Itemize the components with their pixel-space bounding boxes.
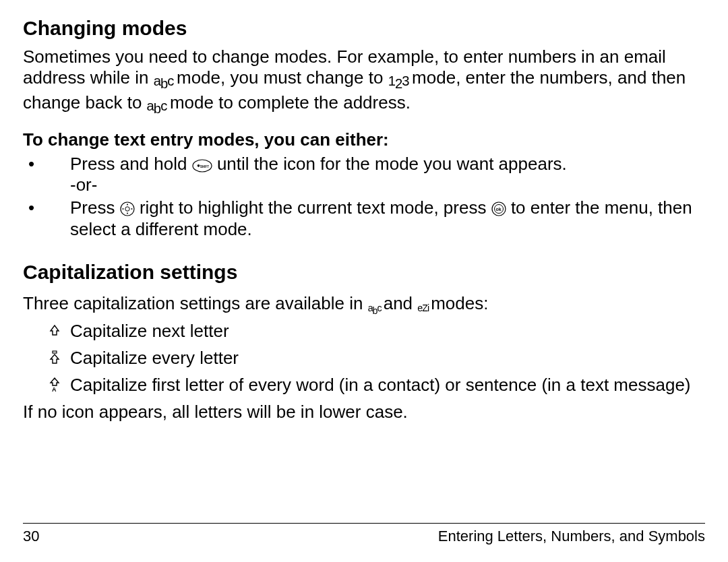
svg-point-6 (127, 212, 128, 214)
caps-lock-icon (47, 350, 62, 365)
list-item: Press and hold ✱ SHIFT until the icon fo… (23, 154, 705, 196)
page-footer: 30 Entering Letters, Numbers, and Symbol… (23, 523, 705, 546)
changing-modes-paragraph: Sometimes you need to change modes. For … (23, 46, 705, 117)
svg-point-5 (127, 204, 128, 205)
text: Press and hold (70, 154, 192, 174)
text-or: -or- (70, 175, 97, 195)
text: Three capitalization settings are availa… (23, 293, 368, 313)
change-modes-list: Press and hold ✱ SHIFT until the icon fo… (23, 154, 705, 241)
manual-page: Changing modes Sometimes you need to cha… (0, 0, 728, 562)
text: mode, you must change to (177, 67, 388, 88)
mode-abc-icon: abc (147, 98, 170, 113)
text: until the icon for the mode you want app… (217, 154, 567, 174)
list-item: Capitalize every letter (23, 348, 705, 369)
shift-arrow-icon (47, 323, 62, 338)
text: Press (70, 197, 120, 218)
mode-abc-small-icon: abc (368, 303, 384, 313)
nav-key-icon (120, 201, 135, 216)
text: Capitalize first letter of every word (i… (70, 375, 691, 395)
subheading-change-modes: To change text entry modes, you can eith… (23, 129, 705, 151)
page-number: 30 (23, 528, 39, 546)
text: right to highlight the current text mode… (140, 197, 491, 218)
svg-text:A: A (52, 386, 57, 392)
capitalization-list: Capitalize next letter Capitalize every … (23, 321, 705, 396)
footer-rule (23, 523, 705, 524)
svg-rect-12 (53, 351, 57, 353)
heading-changing-modes: Changing modes (23, 16, 705, 41)
text: Capitalize every letter (70, 348, 239, 368)
ok-key-icon: ok (491, 201, 506, 216)
list-item: Press right to highlight the current tex… (23, 197, 705, 240)
capitalization-paragraph: Three capitalization settings are availa… (23, 293, 705, 317)
text: modes: (431, 293, 488, 313)
svg-text:SHIFT: SHIFT (200, 165, 209, 168)
svg-point-7 (122, 208, 123, 210)
mode-123-icon: 123 (388, 73, 412, 88)
text: and (384, 293, 418, 313)
svg-point-4 (125, 207, 129, 211)
chapter-title: Entering Letters, Numbers, and Symbols (438, 528, 705, 546)
text: mode to complete the address. (170, 92, 411, 113)
mode-ezi-icon: eZi (417, 303, 431, 313)
sentence-case-icon: A (47, 377, 62, 392)
heading-capitalization: Capitalization settings (23, 260, 705, 285)
svg-point-8 (131, 208, 132, 210)
svg-text:ok: ok (495, 207, 501, 212)
text: Capitalize next letter (70, 321, 229, 341)
list-item: Capitalize next letter (23, 321, 705, 342)
mode-abc-icon: abc (154, 73, 177, 88)
closing-paragraph: If no icon appears, all letters will be … (23, 402, 705, 423)
shift-key-icon: ✱ SHIFT (192, 159, 212, 173)
list-item: A Capitalize first letter of every word … (23, 375, 705, 396)
